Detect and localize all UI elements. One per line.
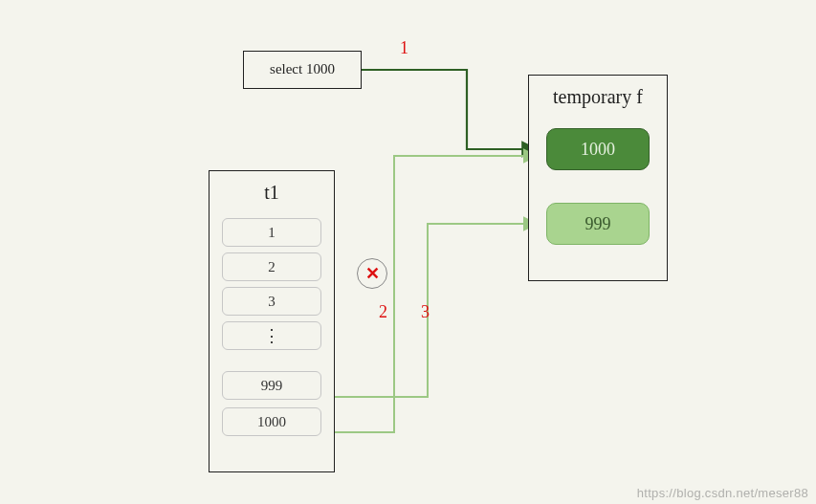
close-icon: ✕ [365,263,380,284]
step-label-2: 2 [379,302,387,322]
select-box-label: select 1000 [244,61,361,77]
arrow-step-3 [333,224,537,397]
t1-row: 2 [222,252,321,281]
temp-item-1000: 1000 [546,128,650,170]
arrow-step-2 [333,156,537,432]
select-box: select 1000 [243,51,362,89]
step-label-3: 3 [421,302,430,322]
t1-rows: 1 2 3 ⋮ 999 1000 [222,218,321,436]
temp-title: temporary f [528,86,668,108]
step-label-1: 1 [400,38,408,58]
connectors [0,0,816,504]
t1-row: 1000 [222,407,321,436]
reject-circle: ✕ [357,258,387,289]
watermark: https://blog.csdn.net/meser88 [637,486,808,500]
t1-row: 1 [222,218,321,247]
temp-item-999: 999 [546,203,650,245]
t1-row: 3 [222,287,321,316]
t1-title: t1 [209,182,335,204]
arrow-step-1 [362,70,537,149]
t1-row: ⋮ [222,321,321,350]
t1-row: 999 [222,371,321,400]
